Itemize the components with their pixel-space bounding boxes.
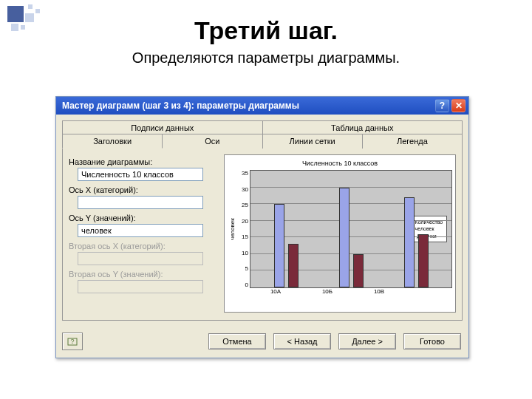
tab-data-labels[interactable]: Подписи данных [62,120,263,134]
back-button[interactable]: < Назад [273,333,331,349]
tab-gridlines[interactable]: Линии сетки [263,134,363,149]
tabs-row-primary: Заголовки Оси Линии сетки Легенда [62,134,463,149]
titlebar-help-button[interactable]: ? [435,99,449,112]
dialog-body: Подписи данных Таблица данных Заголовки … [56,115,468,327]
cancel-button[interactable]: Отмена [208,333,266,349]
finish-button[interactable]: Готово [403,333,461,349]
bar [339,188,349,287]
dialog-title: Мастер диаграмм (шаг 3 из 4): параметры … [62,100,433,111]
preview-x-ticks: 10А10Б10В [250,288,405,295]
bar [274,204,284,287]
bar [404,197,415,287]
input-axis-y2 [78,280,203,293]
label-axis-x: Ось X (категорий): [69,185,216,194]
titlebar: Мастер диаграмм (шаг 3 из 4): параметры … [56,97,468,115]
bar-group [274,204,299,287]
tab-pane-titles: Название диаграммы: Ось X (категорий): О… [62,149,463,321]
next-button[interactable]: Далее > [338,333,396,349]
slide-title: Третий шаг. [0,16,532,45]
svg-text:?: ? [70,338,74,345]
tab-axes[interactable]: Оси [163,134,262,149]
bar [353,254,364,287]
slide-subtitle: Определяются параметры диаграммы. [0,50,532,66]
dialog-button-row: ? Отмена < Назад Далее > Готово [56,327,468,358]
input-axis-x2 [78,252,203,265]
tab-titles[interactable]: Заголовки [62,134,163,149]
chart-wizard-dialog: Мастер диаграмм (шаг 3 из 4): параметры … [55,96,469,358]
bar [288,244,299,287]
titlebar-close-button[interactable]: ✕ [451,99,466,112]
input-chart-title[interactable] [78,168,203,181]
tab-legend[interactable]: Легенда [363,134,463,149]
context-help-button[interactable]: ? [62,332,83,350]
label-axis-y: Ось Y (значений): [69,214,216,222]
preview-chart-title: Численность 10 классов [228,160,452,167]
tabs-row-secondary: Подписи данных Таблица данных [62,120,463,134]
bar [418,234,429,287]
help-icon: ? [67,336,78,347]
input-axis-y[interactable] [78,224,203,237]
preview-y-ticks: 35302520151050 [236,170,250,288]
label-chart-title: Название диаграммы: [69,157,216,166]
label-axis-x2: Вторая ось X (категорий): [69,242,216,250]
tab-data-table[interactable]: Таблица данных [263,120,463,134]
input-axis-x[interactable] [78,196,203,209]
fields-column: Название диаграммы: Ось X (категорий): О… [69,154,216,313]
label-axis-y2: Вторая ось Y (значений): [69,270,216,279]
preview-y-label: человек [228,170,236,288]
chart-preview: Численность 10 классов человек 353025201… [224,154,456,313]
preview-plot-area: Количество человекДевочки [250,170,452,288]
bar-group [339,188,364,287]
bar-group [404,197,429,287]
